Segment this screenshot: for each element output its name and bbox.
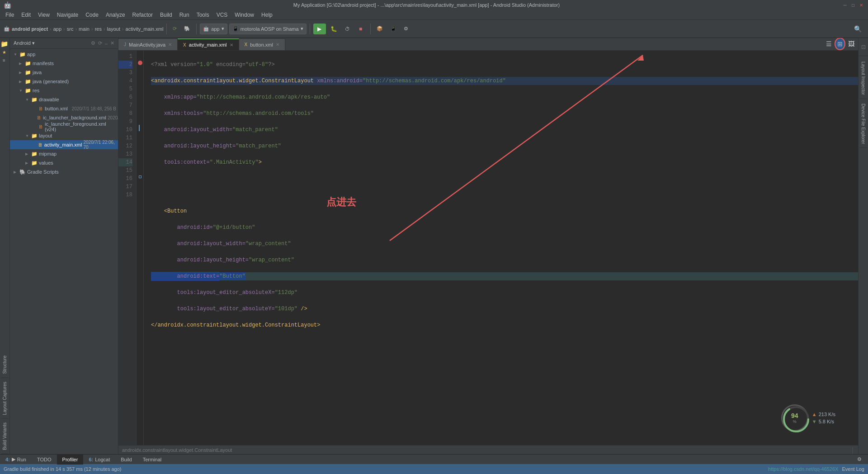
device-file-explorer-tab[interactable]: Device File Explorer: [859, 100, 867, 148]
upload-value: 213 K/s: [819, 412, 835, 417]
menu-analyze[interactable]: Analyze: [102, 10, 129, 19]
minimize-button[interactable]: ─: [842, 2, 848, 8]
favorites-icon[interactable]: ★: [0, 48, 8, 56]
build-variants-tab[interactable]: Build Variants: [1, 419, 9, 454]
res-label[interactable]: res: [95, 26, 102, 32]
menu-edit[interactable]: Edit: [18, 10, 34, 19]
project-icon[interactable]: 📁: [0, 40, 8, 48]
run-config-dropdown[interactable]: 🤖 app ▾: [200, 24, 227, 34]
src-label[interactable]: src: [67, 26, 74, 32]
editor-tabs: J MainActivity.java ✕ X activity_main.xm…: [118, 38, 858, 51]
text-view-btn[interactable]: ☰: [824, 38, 834, 50]
device-dropdown-arrow: ▾: [301, 26, 303, 32]
tab-mainactivity[interactable]: J MainActivity.java ✕: [118, 38, 178, 50]
download-stat: ▼ 5.8 K/s: [812, 419, 835, 424]
project-name[interactable]: android project: [12, 26, 48, 32]
file-label[interactable]: activity_main.xml: [126, 26, 164, 32]
structure-icon[interactable]: ≡: [0, 56, 8, 64]
gradle-sync-button[interactable]: 🐘: [181, 23, 193, 35]
device-label: motorola AOSP on Shama: [241, 26, 299, 32]
close-button[interactable]: ✕: [858, 2, 864, 8]
close-tab-mainactivity[interactable]: ✕: [168, 42, 172, 47]
bottom-tab-build[interactable]: Build: [115, 455, 137, 465]
tree-item-app[interactable]: ▼ 📁 app: [10, 50, 118, 59]
panel-collapse-btn[interactable]: –: [105, 41, 108, 46]
menu-run[interactable]: Run: [176, 10, 193, 19]
breakpoint-dot: [138, 61, 142, 65]
layout-label[interactable]: layout: [107, 26, 120, 32]
panel-close-btn[interactable]: ✕: [110, 40, 114, 46]
tree-item-layout[interactable]: ▼ 📁 layout: [10, 131, 118, 140]
menu-code[interactable]: Code: [82, 10, 102, 19]
menu-view[interactable]: View: [34, 10, 53, 19]
window-controls[interactable]: ─ □ ✕: [842, 2, 864, 8]
profile-button[interactable]: ⏱: [342, 23, 353, 35]
menu-build[interactable]: Build: [156, 10, 176, 19]
tree-item-activity-main[interactable]: ▶ 🗎 activity_main.xml 2020/7/1 22:06, 70: [10, 140, 118, 149]
bottom-tab-profiler[interactable]: Profiler: [57, 455, 84, 465]
editor-content: 1 2 3 4 5 6 7 8 9 10 11 12 13 14 15 16 1…: [118, 51, 858, 445]
bottom-tab-terminal[interactable]: Terminal: [137, 455, 167, 465]
status-url[interactable]: https://blog.csdn.net/qq-46526X: [768, 466, 838, 472]
menu-vcs[interactable]: VCS: [213, 10, 231, 19]
maximize-button[interactable]: □: [850, 2, 856, 8]
tab-activity-main[interactable]: X activity_main.xml ✕: [178, 38, 239, 50]
close-tab-activity-main[interactable]: ✕: [230, 43, 233, 47]
tree-item-java-gen[interactable]: ▶ 📁 java (generated): [10, 77, 118, 86]
close-tab-button[interactable]: ✕: [276, 42, 279, 47]
android-dropdown[interactable]: Android ▾: [14, 40, 35, 46]
tree-item-ic-fg[interactable]: ▶ 🗎 ic_launcher_foreground.xml (v24): [10, 122, 118, 131]
structure-tab[interactable]: Structure: [1, 352, 9, 378]
bottom-tab-todo[interactable]: TODO: [32, 455, 57, 465]
menu-refactor[interactable]: Refactor: [129, 10, 156, 19]
code-line-14: android:text="Button": [151, 272, 858, 280]
tab-button-xml[interactable]: X button.xml ✕: [239, 38, 285, 50]
tree-item-gradle[interactable]: ▶ 🐘 Gradle Scripts: [10, 167, 118, 176]
tree-item-mipmap[interactable]: ▶ 📁 mipmap: [10, 149, 118, 158]
stop-button[interactable]: ■: [354, 24, 367, 34]
code-line-12: android:layout_width="wrap_content": [151, 240, 858, 248]
event-log-label[interactable]: Event Log: [842, 466, 864, 472]
menu-file[interactable]: File: [2, 10, 18, 19]
status-bar: Gradle build finished in 14 s 357 ms (12…: [0, 464, 868, 474]
menu-navigate[interactable]: Navigate: [53, 10, 82, 19]
tree-item-drawable[interactable]: ▼ 📁 drawable: [10, 95, 118, 104]
tree-item-ic-bg[interactable]: ▶ 🗎 ic_launcher_background.xml 2020/...: [10, 113, 118, 122]
main-label[interactable]: main: [79, 26, 90, 32]
layout-captures-tab[interactable]: Layout Captures: [1, 378, 9, 419]
tree-item-manifests[interactable]: ▶ 📁 manifests: [10, 59, 118, 68]
gutter: [137, 51, 144, 445]
debug-button[interactable]: 🐛: [328, 24, 340, 34]
title-bar: 🤖 My Application [G:\02\android project]…: [0, 0, 868, 10]
layout-inspector-tab[interactable]: Layout Inspector: [859, 58, 867, 99]
design-view-btn[interactable]: 🖼: [846, 38, 856, 50]
panel-sync-btn[interactable]: ⟳: [98, 40, 102, 46]
split-view-btn[interactable]: ⊞: [835, 38, 845, 50]
bottom-tab-logcat[interactable]: 6: Logcat: [83, 455, 115, 465]
run-button[interactable]: ▶: [313, 24, 326, 34]
panel-settings-btn[interactable]: ⚙: [91, 40, 95, 46]
menu-help[interactable]: Help: [258, 10, 276, 19]
settings-button[interactable]: ⚙: [401, 23, 411, 35]
code-line-8: [151, 175, 858, 183]
sync-gradle-button[interactable]: ⟳: [170, 23, 179, 35]
search-everywhere-button[interactable]: 🔍: [851, 23, 864, 35]
tree-item-button-xml[interactable]: ▶ 🗎 button.xml 2020/7/1 18:48, 256 B: [10, 104, 118, 113]
menu-window[interactable]: Window: [231, 10, 258, 19]
tree-item-values[interactable]: ▶ 📁 values: [10, 158, 118, 167]
code-editor[interactable]: <?xml version="1.0" encoding="utf-8"?> <…: [144, 51, 858, 445]
right-panel-icon1[interactable]: ⊡: [861, 44, 866, 50]
tree-item-res[interactable]: ▼ 📁 res: [10, 86, 118, 95]
module-name[interactable]: app: [53, 26, 61, 32]
sdk-manager-button[interactable]: 📦: [374, 23, 386, 35]
bottom-settings-btn[interactable]: ⚙: [854, 453, 864, 466]
menu-tools[interactable]: Tools: [193, 10, 213, 19]
bottom-tab-run[interactable]: 4: ▶ Run: [0, 455, 32, 465]
tree-item-java[interactable]: ▶ 📁 java: [10, 68, 118, 77]
project-panel: Android ▾ ⚙ ⟳ – ✕ ▼ 📁 app ▶ 📁 manifests …: [10, 38, 118, 454]
device-dropdown[interactable]: 📱 motorola AOSP on Shama ▾: [229, 24, 307, 34]
toolbar-sep2: [196, 24, 197, 34]
avd-manager-button[interactable]: 📱: [387, 23, 399, 35]
right-panel: ⊡ Layout Inspector Device File Explorer: [858, 38, 868, 454]
editor-status-bar: androidx.constraintlayout.widget.Constra…: [118, 445, 858, 454]
